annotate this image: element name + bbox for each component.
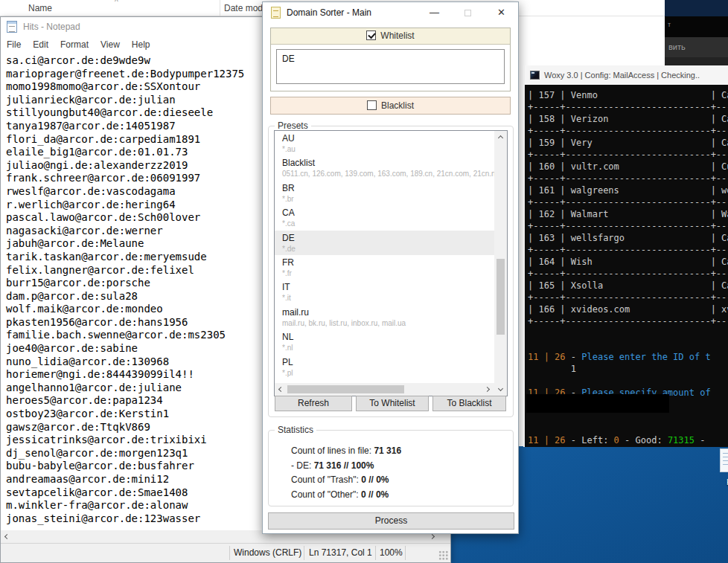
preset-item[interactable]: mail.rumail.ru, bk.ru, list.ru, inbox.ru… [275, 305, 494, 329]
refresh-button[interactable]: Refresh [275, 396, 352, 411]
console-table-separator: +-----+---------------------------+--- [528, 149, 728, 161]
console-table-separator: +-----+---------------------------+--- [528, 268, 728, 280]
preset-domains: *.pl [282, 368, 494, 378]
console-message-line [528, 375, 728, 387]
whitelist-header[interactable]: Whitelist [271, 28, 510, 45]
preset-domains: *.ca [282, 219, 494, 228]
console-table-row: | 158 | Verizon | Ca [528, 113, 728, 125]
preset-item[interactable]: AU*.au [275, 131, 494, 155]
blacklist-label: Blacklist [381, 100, 414, 111]
preset-name: Blacklist [282, 157, 494, 169]
domain-sorter-title: Domain Sorter - Main [287, 2, 371, 23]
scroll-right-icon[interactable] [482, 383, 494, 396]
preset-item[interactable]: IT*.it [275, 280, 494, 304]
menu-edit[interactable]: Edit [27, 36, 54, 53]
menu-help[interactable]: Help [126, 36, 156, 53]
menu-format[interactable]: Format [54, 36, 95, 53]
console-output[interactable]: | 157 | Venmo | Ca+-----+---------------… [525, 85, 728, 447]
scroll-down-icon[interactable] [494, 384, 506, 396]
woxy-console-window: Woxy 3.0 | Config: MailAccess | Checking… [523, 65, 728, 447]
statistics-line: Count of "Trash": 0 // 0% [291, 473, 401, 488]
preset-name: BR [282, 182, 494, 194]
preset-domains: 0511.cn, 126.com, 139.com, 163.com, 189.… [282, 169, 494, 178]
close-button[interactable]: ✕ [485, 2, 518, 23]
whitelist-checkbox[interactable] [366, 30, 376, 40]
console-table-separator: +-----+---------------------------+--- [528, 244, 728, 256]
console-table-row: | 162 | Walmart | Wa [528, 208, 728, 220]
statistics-line: - DE: 71 316 // 100% [291, 459, 401, 474]
status-separator [375, 546, 376, 560]
status-separator [229, 546, 230, 560]
console-table-row: | 163 | wellsfargo | Ca [528, 232, 728, 244]
domain-sorter-window: Domain Sorter - Main — ✕ Whitelist DE Bl… [262, 1, 519, 534]
to-blacklist-button[interactable]: To Blacklist [432, 396, 506, 411]
preset-domains: *.fr [282, 268, 494, 278]
explorer-column-date-modified[interactable]: Date mod [224, 3, 263, 13]
console-table-separator: +-----+---------------------------+--- [528, 101, 728, 113]
scroll-left-icon[interactable] [1, 530, 13, 543]
blacklist-checkbox[interactable] [367, 100, 377, 110]
whitelist-input[interactable]: DE [276, 49, 505, 84]
console-message-line: 11 | 26 - Left: 0 - Good: 71315 - [528, 434, 728, 446]
console-table-row: | 159 | Very | Ca [528, 137, 728, 149]
statistics-lines: Count of lines in file: 71 316 - DE: 71 … [291, 444, 401, 502]
preset-domains: mail.ru, bk.ru, list.ru, inbox.ru, mail.… [282, 318, 494, 328]
preset-name: AU [282, 132, 494, 144]
notepad-title: Hits - Notepad [23, 17, 80, 36]
text-file-icon [720, 448, 728, 472]
menu-view[interactable]: View [95, 36, 126, 53]
whitelist-panel: Whitelist DE [270, 28, 511, 91]
console-table-separator: +-----+---------------------------+--- [528, 315, 728, 327]
preset-domains: *.au [282, 144, 494, 154]
horizontal-scroll-thumb[interactable] [287, 385, 404, 393]
blacklist-panel[interactable]: Blacklist [270, 97, 511, 115]
console-table-separator: +-----+---------------------------+--- [528, 173, 728, 184]
console-table-row: | 165 | Xsolla | Ca [528, 280, 728, 292]
preset-item[interactable]: CA*.ca [275, 205, 494, 230]
scroll-left-icon[interactable] [275, 383, 287, 396]
preset-item[interactable]: FR*.fr [275, 255, 494, 280]
status-zoom-level: 100% [380, 544, 403, 562]
resize-grip[interactable] [438, 550, 448, 560]
console-table-separator: +-----+---------------------------+--- [528, 220, 728, 232]
console-table-row: | 160 | vultr.com | Cu [528, 161, 728, 173]
preset-item[interactable]: NL*.nl [275, 329, 494, 354]
presets-vertical-scrollbar[interactable] [494, 131, 507, 396]
menu-file[interactable]: File [1, 36, 27, 53]
console-message-line [528, 327, 728, 339]
preset-domains: *.de [282, 244, 494, 254]
minimize-button[interactable]: — [418, 2, 451, 23]
console-table-row: | 164 | Wish | Ca [528, 256, 728, 268]
sort-ascending-icon: ^ [115, 0, 118, 6]
preset-item[interactable]: BR*.br [275, 181, 494, 205]
preset-item[interactable]: Blacklist0511.cn, 126.com, 139.com, 163.… [275, 155, 494, 180]
presets-legend: Presets [275, 120, 311, 131]
to-whitelist-button[interactable]: To Whitelist [356, 396, 429, 411]
scroll-up-icon[interactable] [494, 131, 506, 144]
preset-item[interactable]: DE*.de [275, 231, 494, 255]
desktop: { "desktop": { "icon_label": "H" }, "exp… [0, 0, 728, 563]
dark-window-button[interactable]: вить [665, 37, 728, 57]
column-divider[interactable] [220, 0, 220, 16]
preset-domains: *.br [282, 194, 494, 204]
process-button[interactable]: Process [268, 512, 514, 530]
preset-item[interactable]: PL*.pl [275, 355, 494, 379]
preset-name: FR [282, 257, 494, 268]
console-table-row: | 161 | walgreens | wo [528, 184, 728, 196]
console-titlebar[interactable]: Woxy 3.0 | Config: MailAccess | Checking… [525, 65, 728, 85]
console-message-line: 1 [528, 363, 728, 375]
explorer-column-name[interactable]: Name [28, 3, 52, 13]
maximize-button[interactable] [451, 2, 485, 23]
presets-listbox[interactable]: AU*.auBlacklist0511.cn, 126.com, 139.com… [274, 130, 508, 396]
presets-horizontal-scrollbar[interactable] [275, 383, 494, 396]
preset-name: mail.ru [282, 306, 494, 318]
notepad-icon [7, 21, 17, 33]
console-message-line [528, 339, 728, 351]
console-message-line [528, 422, 728, 434]
vertical-scroll-thumb[interactable] [496, 259, 505, 335]
preset-domains: *.nl [282, 343, 494, 353]
redacted-area [526, 394, 669, 413]
console-table-row: | 157 | Venmo | Ca [528, 89, 728, 101]
console-table-row: | 166 | xvideos.com | xv [528, 303, 728, 315]
dark-window-body: т [665, 16, 728, 37]
